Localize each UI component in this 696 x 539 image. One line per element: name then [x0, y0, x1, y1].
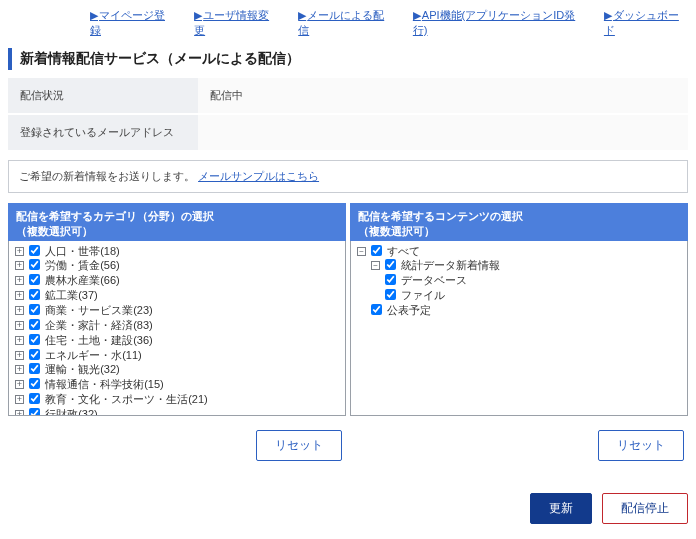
category-label: 農林水産業(66)	[45, 274, 120, 286]
category-panel-header: 配信を希望するカテゴリ（分野）の選択 （複数選択可）	[8, 203, 346, 241]
nav-dashboard[interactable]: ▶ダッシュボード	[604, 8, 686, 38]
category-tree[interactable]: + 人口・世帯(18)+ 労働・賃金(56)+ 農林水産業(66)+ 鉱工業(3…	[8, 241, 346, 416]
expand-icon[interactable]: +	[15, 306, 24, 315]
expand-icon[interactable]: +	[15, 291, 24, 300]
category-label: エネルギー・水(11)	[45, 349, 142, 361]
extra-label: 公表予定	[387, 304, 431, 316]
group-checkbox[interactable]	[385, 259, 396, 270]
category-label: 企業・家計・経済(83)	[45, 319, 153, 331]
info-table: 配信状況 配信中 登録されているメールアドレス	[8, 78, 688, 150]
category-checkbox[interactable]	[29, 289, 40, 300]
category-item: + 商業・サービス業(23)	[15, 303, 341, 318]
top-nav: ▶マイページ登録 ▶ユーザ情報変更 ▶メールによる配信 ▶API機能(アプリケー…	[0, 0, 696, 44]
category-item: + 運輸・観光(32)	[15, 362, 341, 377]
category-checkbox[interactable]	[29, 319, 40, 330]
expand-icon[interactable]	[371, 261, 380, 270]
content-child-item: データベース	[385, 273, 683, 288]
content-child-checkbox[interactable]	[385, 274, 396, 285]
content-panel: 配信を希望するコンテンツの選択 （複数選択可） すべて 統計データ新着情報 デー…	[350, 203, 688, 416]
category-checkbox[interactable]	[29, 304, 40, 315]
category-item: + 企業・家計・経済(83)	[15, 318, 341, 333]
page-title: 新着情報配信サービス（メールによる配信）	[20, 50, 688, 68]
category-checkbox[interactable]	[29, 349, 40, 360]
category-checkbox[interactable]	[29, 408, 40, 416]
category-panel: 配信を希望するカテゴリ（分野）の選択 （複数選択可） + 人口・世帯(18)+ …	[8, 203, 346, 416]
expand-icon[interactable]: +	[15, 247, 24, 256]
page-title-wrap: 新着情報配信サービス（メールによる配信）	[8, 48, 688, 70]
category-item: + 鉱工業(37)	[15, 288, 341, 303]
category-item: + エネルギー・水(11)	[15, 348, 341, 363]
expand-icon[interactable]: +	[15, 261, 24, 270]
category-label: 住宅・土地・建設(36)	[45, 334, 153, 346]
group-label: 統計データ新着情報	[401, 259, 500, 271]
mail-sample-link[interactable]: メールサンプルはこちら	[198, 170, 319, 182]
notice-text: ご希望の新着情報をお送りします。	[19, 170, 195, 182]
content-tree[interactable]: すべて 統計データ新着情報 データベース ファイル 公表予定	[350, 241, 688, 416]
expand-icon[interactable]: +	[15, 321, 24, 330]
category-label: 鉱工業(37)	[45, 289, 98, 301]
category-checkbox[interactable]	[29, 378, 40, 389]
nav-mypage[interactable]: ▶マイページ登録	[90, 8, 172, 38]
expand-icon[interactable]: +	[15, 410, 24, 416]
category-label: 運輸・観光(32)	[45, 363, 120, 375]
category-checkbox[interactable]	[29, 334, 40, 345]
content-child-checkbox[interactable]	[385, 289, 396, 300]
all-label: すべて	[387, 245, 420, 257]
category-label: 労働・賃金(56)	[45, 259, 120, 271]
category-checkbox[interactable]	[29, 259, 40, 270]
content-child-item: ファイル	[385, 288, 683, 303]
notice-box: ご希望の新着情報をお送りします。 メールサンプルはこちら	[8, 160, 688, 193]
category-item: + 人口・世帯(18)	[15, 244, 341, 259]
expand-icon[interactable]: +	[15, 380, 24, 389]
content-child-label: ファイル	[401, 289, 445, 301]
update-button[interactable]: 更新	[530, 493, 592, 524]
expand-icon[interactable]	[357, 247, 366, 256]
expand-icon[interactable]: +	[15, 336, 24, 345]
category-item: + 労働・賃金(56)	[15, 258, 341, 273]
email-label: 登録されているメールアドレス	[8, 114, 198, 150]
expand-icon[interactable]: +	[15, 276, 24, 285]
category-label: 商業・サービス業(23)	[45, 304, 153, 316]
nav-mail[interactable]: ▶メールによる配信	[298, 8, 391, 38]
category-checkbox[interactable]	[29, 245, 40, 256]
all-checkbox[interactable]	[371, 245, 382, 256]
category-checkbox[interactable]	[29, 274, 40, 285]
extra-checkbox[interactable]	[371, 304, 382, 315]
category-item: + 教育・文化・スポーツ・生活(21)	[15, 392, 341, 407]
expand-icon[interactable]: +	[15, 351, 24, 360]
category-item: + 情報通信・科学技術(15)	[15, 377, 341, 392]
category-label: 行財政(32)	[45, 408, 98, 416]
stop-delivery-button[interactable]: 配信停止	[602, 493, 688, 524]
reset-content-button[interactable]: リセット	[598, 430, 684, 461]
category-item: + 農林水産業(66)	[15, 273, 341, 288]
category-checkbox[interactable]	[29, 393, 40, 404]
reset-category-button[interactable]: リセット	[256, 430, 342, 461]
content-panel-header: 配信を希望するコンテンツの選択 （複数選択可）	[350, 203, 688, 241]
expand-icon[interactable]: +	[15, 395, 24, 404]
status-value: 配信中	[198, 78, 688, 114]
category-item: + 行財政(32)	[15, 407, 341, 416]
email-value	[198, 114, 688, 150]
nav-api[interactable]: ▶API機能(アプリケーションID発行)	[413, 8, 582, 38]
expand-icon[interactable]: +	[15, 365, 24, 374]
category-checkbox[interactable]	[29, 363, 40, 374]
status-label: 配信状況	[8, 78, 198, 114]
nav-userinfo[interactable]: ▶ユーザ情報変更	[194, 8, 276, 38]
category-label: 情報通信・科学技術(15)	[45, 378, 164, 390]
category-item: + 住宅・土地・建設(36)	[15, 333, 341, 348]
category-label: 教育・文化・スポーツ・生活(21)	[45, 393, 208, 405]
category-label: 人口・世帯(18)	[45, 245, 120, 257]
content-child-label: データベース	[401, 274, 467, 286]
